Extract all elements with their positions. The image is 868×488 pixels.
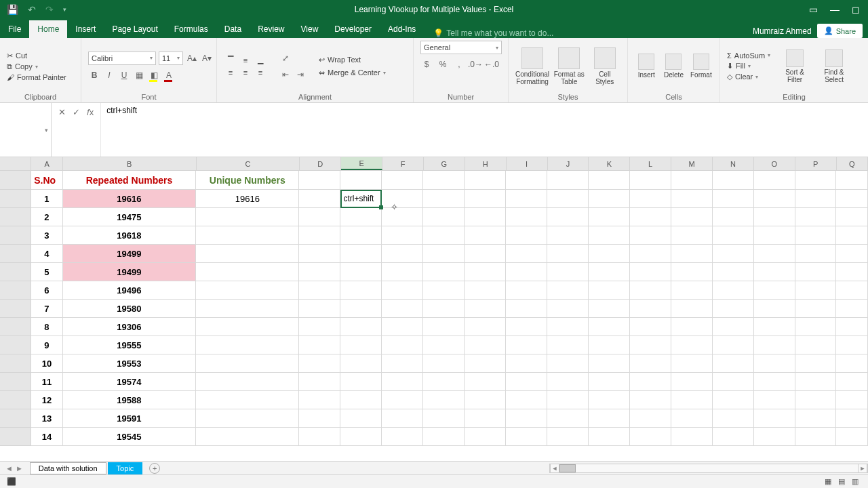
cell-repeated[interactable]: 19616	[63, 190, 197, 208]
cell-sno[interactable]: 5	[31, 263, 63, 281]
copy-button[interactable]: ⧉Copy▾	[7, 62, 66, 71]
tab-add-ins[interactable]: Add-Ins	[380, 20, 424, 38]
col-header-A[interactable]: A	[31, 157, 62, 170]
row-header-6[interactable]	[0, 281, 31, 300]
cell-sno[interactable]: 10	[31, 354, 63, 373]
format-painter-button[interactable]: 🖌Format Painter	[7, 73, 66, 81]
cell-J[interactable]	[547, 171, 589, 190]
sheet-tab-topic[interactable]: Topic	[108, 462, 143, 474]
delete-cells-button[interactable]: Delete	[662, 54, 685, 79]
cell-L[interactable]	[630, 409, 671, 428]
cell-M[interactable]	[671, 409, 713, 428]
cell-G[interactable]	[423, 245, 465, 263]
cell-H[interactable]	[465, 281, 506, 300]
row-header-9[interactable]	[0, 336, 31, 354]
cell-D[interactable]	[299, 318, 340, 336]
cell-I[interactable]	[506, 171, 547, 190]
cell-J[interactable]	[547, 336, 589, 354]
cell-repeated[interactable]: 19618	[63, 226, 197, 245]
align-left-icon[interactable]: ≡	[224, 67, 237, 78]
fill-color-button[interactable]: ◧	[148, 69, 160, 81]
cell-K[interactable]	[589, 281, 630, 300]
cell-repeated[interactable]: 19545	[63, 428, 197, 446]
cell-P[interactable]	[795, 171, 837, 190]
cell-unique[interactable]	[196, 263, 299, 281]
col-header-I[interactable]: I	[507, 157, 548, 170]
cell-unique[interactable]	[196, 373, 299, 391]
tab-view[interactable]: View	[293, 20, 327, 38]
autosum-button[interactable]: ΣAutoSum▾	[727, 52, 770, 60]
cell-J[interactable]	[547, 300, 589, 318]
cell-Q[interactable]	[836, 190, 868, 208]
cell-J[interactable]	[547, 190, 589, 208]
cell-I[interactable]	[506, 354, 547, 373]
cell-D[interactable]	[299, 409, 340, 428]
cell-G[interactable]	[423, 373, 465, 391]
cell-E[interactable]	[340, 354, 382, 373]
tab-developer[interactable]: Developer	[326, 20, 380, 38]
cell-H[interactable]	[465, 391, 506, 409]
cell-F[interactable]	[382, 171, 423, 190]
col-header-L[interactable]: L	[630, 157, 671, 170]
cell-N[interactable]	[713, 354, 754, 373]
cell-N[interactable]	[713, 428, 754, 446]
cell-K[interactable]	[589, 373, 630, 391]
minimize-icon[interactable]: —	[830, 4, 840, 15]
cell-sno[interactable]: 13	[31, 409, 63, 428]
cell-D[interactable]	[299, 281, 340, 300]
cell-repeated[interactable]: 19496	[63, 281, 197, 300]
cell-L[interactable]	[630, 190, 671, 208]
spreadsheet-grid[interactable]: ABCDEFGHIJKLMNOPQ S.NoRepeated NumbersUn…	[0, 157, 868, 461]
add-sheet-button[interactable]: +	[149, 463, 160, 474]
cell-D[interactable]	[299, 428, 340, 446]
cell-I[interactable]	[506, 428, 547, 446]
font-size-combo[interactable]: 11▾	[159, 52, 183, 65]
col-header-P[interactable]: P	[795, 157, 837, 170]
cell-G[interactable]	[423, 190, 465, 208]
cell-repeated[interactable]: 19306	[63, 318, 197, 336]
name-box[interactable]: ▾	[0, 103, 52, 157]
cell-K[interactable]	[589, 226, 630, 245]
cell-N[interactable]	[713, 226, 754, 245]
formula-input[interactable]: ctrl+shift	[101, 103, 868, 157]
cell-P[interactable]	[795, 318, 837, 336]
cell-sno[interactable]: 2	[31, 208, 63, 226]
col-header-M[interactable]: M	[671, 157, 713, 170]
cell-G[interactable]	[423, 300, 465, 318]
cell-L[interactable]	[630, 226, 671, 245]
cell-N[interactable]	[713, 208, 754, 226]
cell-O[interactable]	[754, 318, 795, 336]
cell-Q[interactable]	[836, 263, 868, 281]
row-header-3[interactable]	[0, 226, 31, 245]
cell-F[interactable]	[382, 354, 423, 373]
cell-P[interactable]	[795, 208, 837, 226]
cell-F[interactable]	[382, 336, 423, 354]
cell-H[interactable]	[465, 226, 506, 245]
cell-J[interactable]	[547, 208, 589, 226]
cell-N[interactable]	[713, 171, 754, 190]
row-header-7[interactable]	[0, 300, 31, 318]
cell-H[interactable]	[465, 171, 506, 190]
cell-E[interactable]	[340, 373, 382, 391]
cell-P[interactable]	[795, 281, 837, 300]
tab-page-layout[interactable]: Page Layout	[104, 20, 165, 38]
cell-N[interactable]	[713, 318, 754, 336]
cell-repeated[interactable]: 19580	[63, 300, 197, 318]
cell-N[interactable]	[713, 190, 754, 208]
cell-P[interactable]	[795, 263, 837, 281]
ribbon-options-icon[interactable]: ▭	[809, 4, 818, 15]
cell-J[interactable]	[547, 245, 589, 263]
increase-font-icon[interactable]: A▴	[186, 52, 198, 64]
insert-cells-button[interactable]: Insert	[635, 54, 658, 79]
cell-D[interactable]	[299, 336, 340, 354]
cell-J[interactable]	[547, 226, 589, 245]
cell-D[interactable]	[299, 245, 340, 263]
cell-M[interactable]	[671, 428, 713, 446]
cell-styles-button[interactable]: Cell Styles	[589, 47, 620, 85]
cell-H[interactable]	[465, 409, 506, 428]
cell-D[interactable]	[299, 190, 340, 208]
tab-data[interactable]: Data	[216, 20, 250, 38]
page-break-view-icon[interactable]: ▥	[852, 477, 859, 486]
cell-D[interactable]	[299, 263, 340, 281]
cell-G[interactable]	[423, 336, 465, 354]
